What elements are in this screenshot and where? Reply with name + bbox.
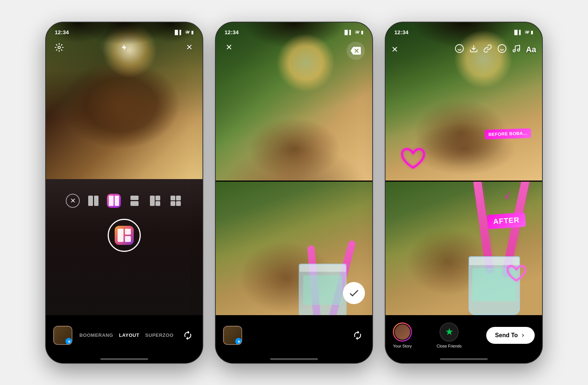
gallery-thumb-2[interactable]: + xyxy=(223,326,242,345)
svg-rect-4 xyxy=(125,236,131,242)
download-button[interactable] xyxy=(469,44,478,55)
layout-logo xyxy=(111,222,137,248)
star-icon: ★ xyxy=(445,326,453,338)
status-time-3: 12:34 xyxy=(394,29,408,35)
gallery-thumb-1[interactable]: + xyxy=(53,326,72,345)
phone-1: 12:34 ▐▌▌ 𝒲 ▮ xyxy=(45,22,203,364)
svg-rect-3 xyxy=(125,229,131,235)
home-indicator-3 xyxy=(440,358,488,360)
svg-rect-1 xyxy=(115,226,134,245)
sun-flare-3 xyxy=(454,30,513,89)
camera-preview-top[interactable]: ✕ xyxy=(46,22,202,181)
battery-icon-2: ▮ xyxy=(361,30,363,35)
close-button-1[interactable]: ✕ xyxy=(183,42,195,53)
heart-sticker-2[interactable] xyxy=(505,262,527,286)
layout-grid-3col[interactable] xyxy=(148,194,162,208)
battery-icon-1: ▮ xyxy=(191,30,194,35)
cup-liquid xyxy=(303,275,342,305)
layout-tab[interactable]: LAYOUT xyxy=(119,332,139,338)
camera-bar-2: + xyxy=(216,315,372,363)
close-icon-3: ✕ xyxy=(391,45,398,54)
signal-icon-3: ▐▌▌ xyxy=(513,30,522,35)
after-sticker[interactable]: AFTER xyxy=(487,212,526,229)
sun-flare-2 xyxy=(276,33,335,92)
story-photo-bottom xyxy=(386,182,542,315)
phone-2-screen: 12:34 ▐▌▌ 𝒲 ▮ ✕ xyxy=(216,22,372,363)
emoji-button[interactable] xyxy=(497,44,507,56)
layout-grid-2x1[interactable] xyxy=(86,194,100,208)
close-icon-1: ✕ xyxy=(186,43,193,52)
layout-close-btn[interactable]: ✕ xyxy=(66,194,80,208)
send-to-button[interactable]: Send To xyxy=(486,327,535,344)
text-button[interactable]: Aa xyxy=(526,45,536,54)
phone-3-screen: 12:34 ▐▌▌ 𝒲 ▮ ✕ xyxy=(386,22,542,363)
layout-grid-1x2[interactable] xyxy=(128,194,141,208)
signal-icon-1: ▐▌▌ xyxy=(173,30,183,35)
heart-sticker-1[interactable] xyxy=(398,144,428,175)
status-icons-1: ▐▌▌ 𝒲 ▮ xyxy=(173,30,194,35)
svg-point-5 xyxy=(455,44,463,53)
boomerang-tab[interactable]: BOOMERANG xyxy=(79,332,113,338)
boba-cup xyxy=(299,264,347,319)
status-time-1: 12:34 xyxy=(55,29,69,35)
home-indicator-2 xyxy=(270,358,318,360)
close-friends-icon: ★ xyxy=(440,322,459,342)
svg-rect-2 xyxy=(118,229,123,242)
photo-bottom-after xyxy=(216,182,372,319)
audio-button[interactable] xyxy=(512,44,521,55)
toolbar-right: Aa xyxy=(455,44,536,56)
phone-3: 12:34 ▐▌▌ 𝒲 ▮ ✕ xyxy=(385,22,543,364)
your-story-avatar xyxy=(394,324,411,341)
close-button-3[interactable]: ✕ xyxy=(391,45,398,54)
close-button-2[interactable]: ✕ xyxy=(223,42,235,53)
wifi-icon-3: 𝒲 xyxy=(524,30,528,35)
mode-tabs: BOOMERANG LAYOUT SUPERZOO xyxy=(79,332,173,338)
layout-grid-active[interactable] xyxy=(107,194,121,208)
your-story-label: Your Story xyxy=(393,344,412,348)
flash-button[interactable] xyxy=(118,42,130,53)
status-bar-1: 12:34 ▐▌▌ 𝒲 ▮ xyxy=(46,22,202,39)
delete-button[interactable] xyxy=(347,42,365,60)
close-friends-item[interactable]: ★ Close Friends xyxy=(437,322,462,348)
sticker-button[interactable] xyxy=(455,44,464,56)
share-bar: Your Story ★ Close Friends Send To xyxy=(386,315,542,363)
wifi-icon-1: 𝒲 xyxy=(185,30,189,35)
status-bar-2: 12:34 ▐▌▌ 𝒲 ▮ xyxy=(216,22,372,39)
layout-options: ✕ xyxy=(66,194,183,208)
battery-icon-3: ▮ xyxy=(531,30,533,35)
status-bar-3: 12:34 ▐▌▌ 𝒲 ▮ xyxy=(386,22,542,39)
close-icon-2: ✕ xyxy=(226,43,232,52)
svg-point-13 xyxy=(517,49,520,51)
close-icon: ✕ xyxy=(70,197,76,205)
settings-button[interactable] xyxy=(53,42,65,53)
home-indicator-1 xyxy=(100,358,148,360)
link-button[interactable] xyxy=(483,44,492,55)
status-icons-3: ▐▌▌ 𝒲 ▮ xyxy=(513,30,533,35)
phone-1-screen: 12:34 ▐▌▌ 𝒲 ▮ xyxy=(46,22,202,363)
camera-bar-1: + BOOMERANG LAYOUT SUPERZOO xyxy=(46,315,202,363)
svg-point-9 xyxy=(498,44,506,53)
before-boba-sticker[interactable]: BEFORE BOBA... xyxy=(485,128,531,139)
layout-grid-2x2[interactable] xyxy=(169,194,183,208)
signal-icon-2: ▐▌▌ xyxy=(343,30,352,35)
svg-point-12 xyxy=(513,50,515,52)
status-icons-2: ▐▌▌ 𝒲 ▮ xyxy=(343,30,363,35)
story-toolbar: ✕ xyxy=(386,42,542,58)
your-story-item[interactable]: Your Story xyxy=(393,322,412,348)
status-time-2: 12:34 xyxy=(225,29,239,35)
wifi-icon-2: 𝒲 xyxy=(355,30,359,35)
svg-point-0 xyxy=(58,46,61,49)
close-friends-label: Close Friends xyxy=(437,344,462,348)
photo-top-before xyxy=(216,22,372,181)
superzoom-tab[interactable]: SUPERZOO xyxy=(145,332,173,338)
confirm-button[interactable] xyxy=(343,282,365,304)
phone-2: 12:34 ▐▌▌ 𝒲 ▮ ✕ xyxy=(215,22,373,364)
flip-camera-button[interactable] xyxy=(180,328,195,343)
flip-camera-button-2[interactable] xyxy=(350,328,365,343)
layout-capture-button[interactable] xyxy=(108,219,141,252)
your-story-ring xyxy=(393,322,412,342)
cup-dome xyxy=(300,264,346,272)
